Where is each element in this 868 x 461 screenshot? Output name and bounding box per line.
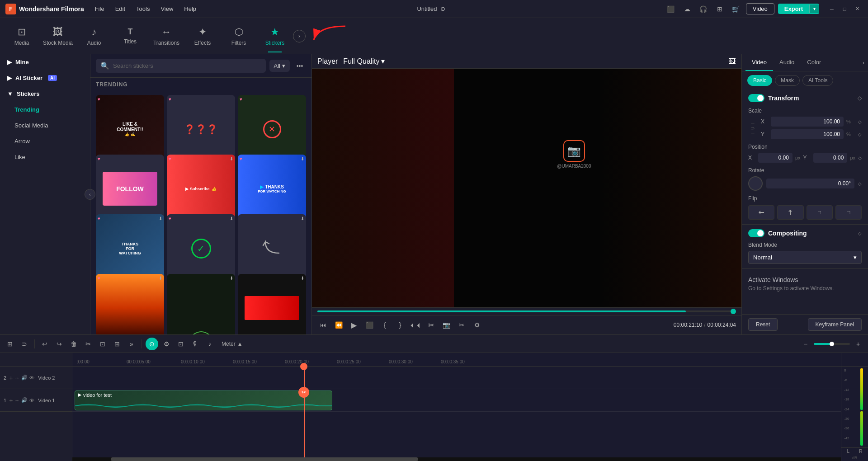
timeline-progress[interactable]	[317, 310, 736, 312]
grid-icon[interactable]: ⊞	[713, 3, 726, 15]
track-v2-eye-icon[interactable]: 👁	[29, 375, 34, 381]
sticker-thanks-bg[interactable]: ♥ THANKSFORWATCHING ⬇	[96, 214, 164, 282]
export-dropdown-arrow[interactable]: ▾	[809, 5, 819, 13]
meter-button[interactable]: Meter ▲	[218, 339, 246, 349]
split-button[interactable]: ✂	[425, 319, 437, 331]
tab-color[interactable]: Color	[801, 54, 827, 71]
select-all-button[interactable]: ⊡	[96, 338, 109, 350]
minimize-button[interactable]: ─	[826, 4, 837, 14]
stop-button[interactable]: ⬛	[363, 319, 375, 331]
menu-view[interactable]: View	[159, 5, 175, 13]
menu-help[interactable]: Help	[182, 5, 198, 13]
panel-social-media[interactable]: Social Media	[0, 118, 90, 133]
flip-vertical-button[interactable]	[777, 205, 803, 220]
export-button[interactable]: Export ▾	[778, 4, 819, 14]
pos-y-value[interactable]: 0.00	[813, 153, 848, 163]
tab-audio[interactable]: Audio	[773, 54, 801, 71]
cut-button[interactable]: ✂	[82, 338, 94, 350]
scale-y-keyframe-icon[interactable]: ◇	[858, 132, 862, 137]
tool-stickers[interactable]: ★ Stickers	[257, 20, 293, 52]
zoom-slider[interactable]	[814, 343, 850, 345]
scale-x-value[interactable]: 100.00	[771, 117, 844, 127]
flip-btn-4[interactable]: □	[835, 205, 862, 220]
sticker-thanks-watching[interactable]: ♥ ▶ THANKS FOR WATCHING ⬇	[238, 155, 306, 223]
more-tools-button[interactable]: »	[125, 338, 138, 350]
tool-effects[interactable]: ✦ Effects	[184, 20, 221, 52]
transform-toggle[interactable]	[748, 94, 764, 102]
panel-mine[interactable]: ▶ Mine	[0, 54, 90, 70]
shop-icon[interactable]: 🛒	[730, 3, 742, 15]
sticker-curve-green[interactable]	[167, 274, 235, 334]
zoom-out-button[interactable]: −	[799, 338, 812, 350]
keyframe-panel-button[interactable]: Keyframe Panel	[808, 318, 862, 331]
playhead-scissors-marker[interactable]: ✂	[298, 387, 309, 398]
track-v2-link-icon[interactable]: ↔	[14, 375, 19, 381]
tab-more-button[interactable]: ›	[863, 60, 864, 66]
cloud-upload-icon[interactable]: ☁	[681, 3, 693, 15]
scale-x-keyframe-icon[interactable]: ◇	[858, 119, 862, 124]
sticker-subscribe[interactable]: ♥ ▶ Subscribe 👍 ⬇	[167, 155, 235, 223]
progress-bar-container[interactable]	[312, 307, 741, 315]
quality-selector[interactable]: Full Quality ▾	[343, 57, 385, 66]
sticker-follow-download-icon[interactable]: ⬇	[159, 216, 162, 221]
play-button[interactable]: ▶	[348, 319, 360, 331]
rotate-dial[interactable]	[748, 176, 763, 191]
sticker-sub-download-icon[interactable]: ⬇	[230, 216, 233, 221]
ai-color-button[interactable]: ⊙	[146, 338, 158, 350]
track-v1-link-icon[interactable]: ↔	[14, 398, 19, 403]
reset-button[interactable]: Reset	[748, 318, 778, 331]
tool-transitions[interactable]: ↔ Transitions	[148, 20, 184, 52]
sticker-x-mark[interactable]: ♥ ✕ ⬇	[238, 95, 306, 163]
playhead-head[interactable]	[300, 363, 307, 370]
rotate-keyframe-icon[interactable]: ◇	[858, 181, 862, 186]
sticker-question[interactable]: ♥ ❓❓❓ ⬇	[167, 95, 235, 163]
timeline-scrollbar[interactable]	[72, 457, 841, 461]
headphone-icon[interactable]: 🎧	[697, 3, 710, 15]
menu-edit[interactable]: Edit	[113, 5, 127, 13]
link-clips-button[interactable]: ⊃	[18, 338, 31, 350]
player-extra-icon[interactable]: 🖼	[729, 57, 736, 66]
sticker-q-download-icon[interactable]: ⬇	[230, 156, 233, 161]
sticker-check[interactable]: ♥ ✓ ⬇	[167, 214, 235, 282]
sticker-sunset[interactable]: ♥	[96, 274, 164, 334]
rotate-value[interactable]: 0.00°	[766, 179, 854, 188]
subtab-mask[interactable]: Mask	[775, 75, 800, 86]
record-button[interactable]: 🎙	[189, 338, 202, 350]
flip-horizontal-button[interactable]	[748, 205, 774, 220]
toolbar-more-button[interactable]: ›	[293, 30, 306, 42]
music-button[interactable]: ♪	[203, 338, 216, 350]
extra-button[interactable]: ✂	[456, 319, 467, 331]
tab-video[interactable]: Video	[745, 54, 773, 71]
settings2-button[interactable]: ⚙	[471, 319, 483, 331]
maximize-button[interactable]: □	[839, 4, 850, 14]
flip-btn-3[interactable]: □	[807, 205, 833, 220]
prev-clip-button[interactable]: ⏴⏴	[410, 319, 421, 331]
add-track-button[interactable]: ⊞	[4, 338, 16, 350]
compositing-toggle[interactable]	[748, 229, 764, 237]
sticker-arrow-download-icon[interactable]: ⬇	[301, 276, 304, 281]
scale-y-value[interactable]: 100.00	[771, 129, 844, 139]
track-v2-add-icon[interactable]: +	[9, 374, 13, 381]
step-back-button[interactable]: ⏪	[333, 319, 344, 331]
panel-stickers[interactable]: ▼ Stickers	[0, 86, 90, 102]
track-v1-eye-icon[interactable]: 👁	[29, 398, 34, 403]
login-button[interactable]: Video	[746, 3, 774, 14]
panel-ai-sticker[interactable]: ▶ AI Sticker AI	[0, 70, 90, 86]
sticker-follow[interactable]: ♥ FOLLOW ⬇	[96, 155, 164, 223]
track-v2-mute-icon[interactable]: 🔊	[21, 375, 28, 381]
tool-titles[interactable]: T Titles	[112, 20, 148, 52]
track-v1-add-icon[interactable]: +	[9, 397, 13, 404]
sticker-arrow-curve[interactable]: ⬇	[238, 214, 306, 282]
pos-x-value[interactable]: 0.00	[758, 153, 793, 163]
sticker-thanks-download-icon[interactable]: ⬇	[301, 216, 304, 221]
search-box[interactable]: 🔍	[96, 59, 266, 73]
sticker-x-download-icon[interactable]: ⬇	[301, 156, 304, 161]
tool-filters[interactable]: ⬡ Filters	[221, 20, 257, 52]
split-audio-button[interactable]: ⊡	[175, 338, 187, 350]
track-v1-mute-icon[interactable]: 🔊	[21, 397, 28, 403]
panel-like[interactable]: Like	[0, 149, 90, 165]
tool-audio[interactable]: ♪ Audio	[76, 20, 112, 52]
delete-button[interactable]: 🗑	[67, 338, 80, 350]
timeline-scroll-thumb[interactable]	[111, 457, 418, 461]
sticker-red-bar[interactable]	[238, 274, 306, 334]
